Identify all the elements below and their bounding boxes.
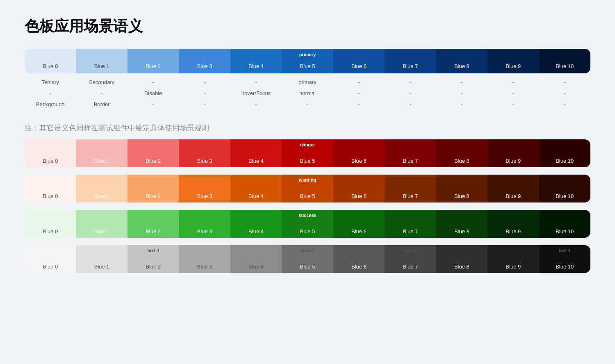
sub-cell-4: Blue 4 — [230, 210, 282, 238]
sub-cell-10: Blue 10 — [539, 175, 590, 202]
sub-cell-5: dangerBlue 5 — [282, 139, 333, 167]
sub-label-8: Blue 8 — [454, 193, 469, 199]
semantic-cell-1-1: - — [76, 88, 127, 99]
sub-label-2: Blue 2 — [146, 158, 161, 164]
color-label-7: Blue 7 — [403, 63, 418, 69]
sub-label-4: Blue 4 — [248, 264, 264, 270]
sub-label-5: Blue 5 — [300, 228, 315, 234]
semantic-cell-2-3: - — [179, 99, 230, 110]
semantic-cell-1-9: - — [487, 88, 539, 99]
semantic-cell-1-2: Disable — [128, 88, 179, 99]
neutral-color-row: Blue 0Blue 1text 4Blue 2Blue 3Blue 4text… — [25, 245, 590, 273]
sub-label-0: Blue 0 — [43, 264, 58, 270]
color-cell-1: Blue 1 — [76, 49, 127, 73]
sub-cell-2: Blue 2 — [128, 139, 179, 167]
sub-label-6: Blue 6 — [351, 228, 367, 234]
sub-label-0: Blue 0 — [43, 193, 58, 199]
semantic-cell-2-5: - — [282, 99, 333, 110]
sub-cell-3: Blue 3 — [179, 245, 230, 273]
blue-semantics-table: TertiarySecondary---primary-------Disabl… — [25, 74, 590, 110]
neutral-palette-section: Blue 0Blue 1text 4Blue 2Blue 3Blue 4text… — [25, 245, 590, 273]
semantic-cell-2-2: - — [128, 99, 179, 110]
color-label-0: Blue 0 — [43, 63, 58, 69]
color-label-8: Blue 8 — [454, 63, 469, 69]
semantic-cell-2-0: Background — [25, 99, 76, 110]
sub-cell-8: Blue 8 — [436, 210, 487, 238]
semantic-cell-2-9: - — [487, 99, 539, 110]
sub-cell-8: Blue 8 — [436, 139, 487, 167]
note-text: 注：其它语义色同样在测试组件中给定具体使用场景规则 — [25, 123, 590, 133]
warning-palette-section: Blue 0Blue 1Blue 2Blue 3Blue 4warningBlu… — [25, 175, 590, 202]
semantic-cell-2-8: - — [436, 99, 487, 110]
sub-cell-9: Blue 9 — [487, 139, 539, 167]
sub-label-4: Blue 4 — [248, 158, 264, 164]
semantic-cell-2-7: - — [385, 99, 436, 110]
sub-label-0: Blue 0 — [43, 158, 58, 164]
sub-cell-4: Blue 4 — [230, 139, 282, 167]
semantic-cell-1-6: - — [333, 88, 385, 99]
sub-label-2: Blue 2 — [146, 264, 161, 270]
color-cell-8: Blue 8 — [436, 49, 487, 73]
sub-label-2: Blue 2 — [146, 193, 161, 199]
sub-cell-0: Blue 0 — [25, 245, 76, 273]
semantic-cell-1-5: normal — [282, 88, 333, 99]
sub-label-1: Blue 1 — [94, 158, 109, 164]
sub-label-10: Blue 10 — [556, 264, 574, 270]
sub-label-3: Blue 3 — [197, 158, 212, 164]
color-cell-6: Blue 6 — [333, 49, 385, 73]
sub-label-5: Blue 5 — [300, 193, 315, 199]
semantic-cell-0-4: - — [230, 74, 282, 88]
color-label-10: Blue 10 — [556, 63, 574, 69]
semantic-cell-1-0: - — [25, 88, 76, 99]
sub-cell-7: Blue 7 — [385, 210, 436, 238]
sub-label-7: Blue 7 — [403, 228, 418, 234]
sub-cell-1: Blue 1 — [76, 139, 127, 167]
semantic-cell-0-9: - — [487, 74, 539, 88]
sub-label-2: Blue 2 — [146, 228, 161, 234]
color-label-2: Blue 2 — [146, 63, 161, 69]
sub-label-4: Blue 4 — [248, 193, 264, 199]
color-cell-9: Blue 9 — [487, 49, 539, 73]
sub-label-10: Blue 10 — [556, 158, 574, 164]
sub-cell-4: Blue 4 — [230, 175, 282, 202]
sub-label-7: Blue 7 — [403, 193, 418, 199]
semantic-cell-0-5: primary — [282, 74, 333, 88]
color-label-4: Blue 4 — [248, 63, 264, 69]
sub-cell-2: text 4Blue 2 — [128, 245, 179, 273]
warning-color-row: Blue 0Blue 1Blue 2Blue 3Blue 4warningBlu… — [25, 175, 590, 202]
sub-label-3: Blue 3 — [197, 264, 212, 270]
sub-cell-3: Blue 3 — [179, 210, 230, 238]
semantic-cell-0-0: Tertiary — [25, 74, 76, 88]
sub-label-4: Blue 4 — [248, 228, 264, 234]
color-cell-0: Blue 0 — [25, 49, 76, 73]
semantic-cell-1-10: - — [539, 88, 590, 99]
sub-cell-7: text 2Blue 7 — [385, 245, 436, 273]
sub-cell-2: Blue 2 — [128, 210, 179, 238]
sub-label-7: Blue 7 — [403, 158, 418, 164]
sub-cell-3: Blue 3 — [179, 139, 230, 167]
sub-cell-10: Blue 10 — [539, 139, 590, 167]
sub-label-8: Blue 8 — [454, 264, 469, 270]
sub-label-1: Blue 1 — [94, 264, 109, 270]
color-label-3: Blue 3 — [197, 63, 212, 69]
sub-cell-7: Blue 7 — [385, 175, 436, 202]
sub-label-9: Blue 9 — [506, 158, 521, 164]
color-cell-5: primaryBlue 5 — [282, 49, 333, 73]
sub-cell-10: text 1Blue 10 — [539, 245, 590, 273]
sub-cell-6: Blue 6 — [333, 210, 385, 238]
sub-cell-6: Blue 6 — [333, 139, 385, 167]
semantic-cell-0-10: - — [539, 74, 590, 88]
semantic-cell-2-4: - — [230, 99, 282, 110]
success-color-row: Blue 0Blue 1Blue 2Blue 3Blue 4successBlu… — [25, 210, 590, 238]
semantic-cell-2-10: - — [539, 99, 590, 110]
sub-label-0: Blue 0 — [43, 228, 58, 234]
sub-cell-5: text 3Blue 5 — [282, 245, 333, 273]
sub-label-10: Blue 10 — [556, 193, 574, 199]
sub-cell-9: Blue 9 — [487, 175, 539, 202]
sub-label-5: Blue 5 — [300, 264, 315, 270]
sub-label-9: Blue 9 — [506, 193, 521, 199]
sub-label-10: Blue 10 — [556, 228, 574, 234]
color-cell-3: Blue 3 — [179, 49, 230, 73]
sub-cell-4: Blue 4 — [230, 245, 282, 273]
semantic-cell-1-7: - — [385, 88, 436, 99]
